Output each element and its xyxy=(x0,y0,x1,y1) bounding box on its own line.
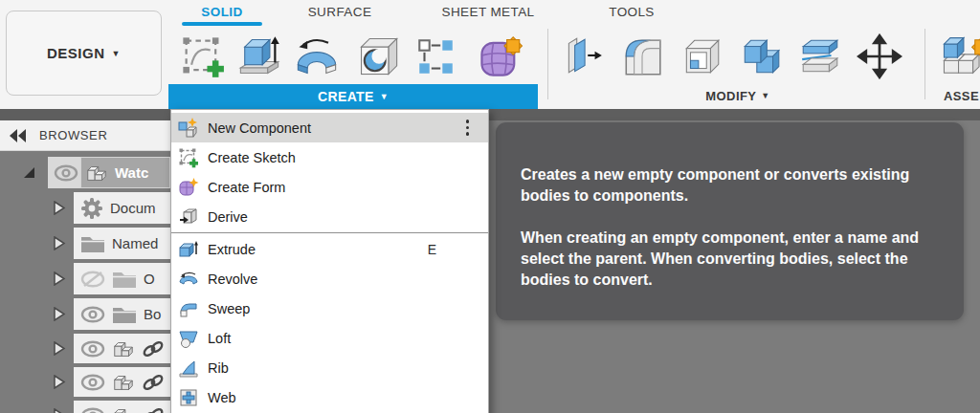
browser-row-linked-component[interactable] xyxy=(74,401,170,413)
tab-tools[interactable]: TOOLS xyxy=(584,3,679,20)
tab-sheet-metal[interactable]: SHEET METAL xyxy=(421,3,555,20)
extrude-icon xyxy=(236,33,282,79)
menu-separator xyxy=(171,232,488,233)
menu-item-sweep[interactable]: Sweep xyxy=(171,293,488,323)
menu-item-web[interactable]: Web xyxy=(171,382,488,412)
browser-row-label: Named xyxy=(112,235,158,251)
hole-button[interactable] xyxy=(354,29,402,84)
combine-icon xyxy=(739,34,783,78)
move-button[interactable] xyxy=(856,29,903,84)
active-component-box[interactable]: Watc xyxy=(80,157,170,188)
tab-solid[interactable]: SOLID xyxy=(182,3,262,20)
combine-button[interactable] xyxy=(737,29,785,84)
browser-row-linked-component[interactable] xyxy=(74,367,170,397)
component-icon xyxy=(112,405,135,413)
menu-item-extrude[interactable]: Extrude E xyxy=(171,234,488,264)
menu-item-create-form[interactable]: Create Form xyxy=(171,172,488,202)
disclosure-collapsed-icon[interactable] xyxy=(53,272,67,286)
create-panel-label: CREATE xyxy=(318,89,374,104)
toolbar-divider xyxy=(924,29,925,99)
new-component-toolbar-button[interactable] xyxy=(936,29,980,84)
tooltip-paragraph: When creating an empty component, enter … xyxy=(521,228,939,291)
split-body-icon xyxy=(798,34,842,78)
fillet-button[interactable] xyxy=(618,29,666,84)
menu-item-new-component[interactable]: New Component xyxy=(171,113,488,142)
disclosure-collapsed-icon[interactable] xyxy=(53,236,67,250)
disclosure-expanded-icon[interactable] xyxy=(21,164,35,179)
menu-item-label: Web xyxy=(208,390,236,405)
browser-row-label: Bo xyxy=(144,306,161,322)
menu-item-shortcut: E xyxy=(428,242,479,257)
extrude-button[interactable] xyxy=(235,29,283,84)
menu-item-label: Extrude xyxy=(208,242,256,257)
press-pull-button[interactable] xyxy=(559,29,607,84)
menu-item-label: Loft xyxy=(208,331,231,346)
visibility-eye-icon[interactable] xyxy=(80,340,105,358)
disclosure-collapsed-icon[interactable] xyxy=(53,307,67,321)
menu-item-derive[interactable]: Derive xyxy=(171,202,488,231)
tooltip-paragraph: Creates a new empty component or convert… xyxy=(521,164,939,206)
browser-row-document-settings[interactable]: Docum xyxy=(74,192,170,224)
revolve-icon xyxy=(293,33,341,79)
browser-row-root[interactable]: Watc xyxy=(48,157,170,188)
disclosure-collapsed-icon[interactable] xyxy=(53,341,67,356)
create-form-button[interactable] xyxy=(473,29,526,84)
browser-row-label: Docum xyxy=(110,200,156,216)
folder-icon xyxy=(112,270,137,289)
overflow-dots-icon[interactable] xyxy=(466,120,479,136)
visibility-eye-icon[interactable] xyxy=(80,374,105,391)
chevron-down-icon: ▼ xyxy=(112,49,121,58)
browser-row-origin[interactable]: O xyxy=(74,263,170,294)
press-pull-icon xyxy=(561,34,605,78)
split-body-button[interactable] xyxy=(796,29,844,84)
loft-icon xyxy=(178,328,199,349)
modify-panel-dropdown[interactable]: MODIFY ▼ xyxy=(551,87,924,104)
chevron-down-icon: ▼ xyxy=(380,92,389,101)
pattern-icon xyxy=(413,34,457,78)
design-workspace-dropdown[interactable]: DESIGN ▼ xyxy=(6,11,162,96)
menu-item-loft[interactable]: Loft xyxy=(171,323,488,353)
create-sketch-button[interactable] xyxy=(178,29,226,84)
component-icon xyxy=(85,163,108,184)
browser-row-label: Watc xyxy=(115,164,148,181)
create-panel-dropdown[interactable]: CREATE ▼ xyxy=(168,84,538,109)
toolbar-shadow-strip xyxy=(0,109,980,120)
create-form-icon xyxy=(475,33,524,79)
visibility-eye-icon[interactable] xyxy=(80,306,105,323)
new-component-icon xyxy=(178,118,199,139)
ribbon-toolbar: SOLID SURFACE SHEET METAL TOOLS DESIGN ▼ xyxy=(0,0,980,110)
collapse-panel-icon[interactable] xyxy=(9,128,27,143)
link-chain-icon xyxy=(142,339,165,359)
new-component-icon xyxy=(938,33,980,79)
visibility-off-eye-icon[interactable] xyxy=(80,271,105,288)
design-label: DESIGN xyxy=(47,45,105,61)
create-sketch-icon xyxy=(178,147,199,168)
browser-row-named-views[interactable]: Named xyxy=(74,228,170,259)
menu-item-rib[interactable]: Rib xyxy=(171,353,488,382)
tab-surface[interactable]: SURFACE xyxy=(287,3,392,20)
disclosure-collapsed-icon[interactable] xyxy=(53,375,67,389)
move-icon xyxy=(857,33,902,79)
shell-button[interactable] xyxy=(678,29,725,84)
visibility-eye-icon[interactable] xyxy=(80,407,105,413)
modify-panel-label: MODIFY xyxy=(705,89,756,103)
menu-item-revolve[interactable]: Revolve xyxy=(171,264,488,293)
browser-row-bodies[interactable]: Bo xyxy=(74,298,170,330)
create-dropdown-menu: New Component Create Sketch Create Form xyxy=(170,109,489,413)
pattern-button[interactable] xyxy=(412,29,459,84)
menu-item-label: Create Form xyxy=(208,180,285,195)
revolve-button[interactable] xyxy=(293,29,341,84)
revolve-icon xyxy=(178,269,199,290)
browser-row-linked-component[interactable] xyxy=(74,334,170,363)
link-chain-icon xyxy=(142,373,165,392)
menu-item-label: Create Sketch xyxy=(208,150,296,165)
visibility-eye-icon[interactable] xyxy=(54,164,78,182)
menu-item-create-sketch[interactable]: Create Sketch xyxy=(171,142,488,172)
disclosure-collapsed-icon[interactable] xyxy=(53,408,67,413)
create-sketch-icon xyxy=(179,33,225,79)
toolbar-divider xyxy=(547,29,548,99)
assemble-panel-dropdown[interactable]: ASSE xyxy=(944,87,980,104)
shell-icon xyxy=(679,34,724,78)
disclosure-collapsed-icon[interactable] xyxy=(53,201,67,215)
menu-item-label: Sweep xyxy=(208,301,250,316)
